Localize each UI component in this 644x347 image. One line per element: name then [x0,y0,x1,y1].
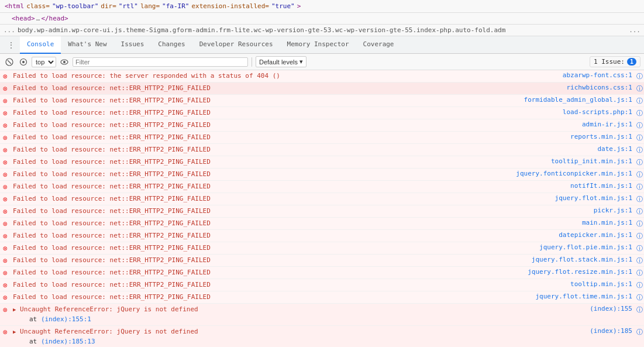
html-attr-class-name: class= [26,2,50,10]
error-icon: ⊗ [0,243,11,253]
dots-menu[interactable]: ... [4,26,15,34]
error-icon: ⊗ [0,194,11,204]
info-icon[interactable]: ⓘ [635,83,644,93]
tab-coverage[interactable]: Coverage [356,36,401,54]
log-message-text: Failed to load resource: net::ERR_HTTP2_… [11,120,529,130]
log-source-link[interactable]: jquery.flot.min.js:1 [529,194,635,202]
log-levels-button[interactable]: Default levels ▾ [256,56,306,67]
log-message-text: Failed to load resource: net::ERR_HTTP2_… [11,169,514,180]
info-icon[interactable]: ⓘ [635,218,644,228]
log-source-link[interactable]: jquery.flot.resize.min.js:1 [525,267,635,276]
error-icon: ⊗ [0,145,11,154]
info-icon[interactable]: ⓘ [635,95,644,105]
issues-badge[interactable]: 1 Issue: 1 [590,56,640,67]
tab-whats-new[interactable]: What's New [61,36,113,54]
log-source-link[interactable]: tooltip.min.js:1 [529,280,635,288]
html-head-tag: <head> [12,15,35,22]
log-entry: ⊗ Failed to load resource: net::ERR_HTTP… [0,95,644,107]
info-icon[interactable]: ⓘ [635,280,644,290]
log-source-link[interactable]: main.min.js:1 [529,218,635,227]
error-icon: ⊗ [0,108,11,118]
tab-changes[interactable]: Changes [151,36,192,54]
log-message-text[interactable]: ▶ Uncaught ReferenceError: jQuery is not… [11,327,529,337]
info-icon[interactable]: ⓘ [635,304,644,314]
info-icon[interactable]: ⓘ [635,169,644,179]
log-source-link[interactable]: richwbicons.css:1 [529,83,635,92]
log-source-link[interactable]: reports.min.js:1 [529,132,635,141]
error-icon: ⊗ [0,267,11,277]
log-entry: ⊗ Failed to load resource: net::ERR_HTTP… [0,218,644,230]
html-tag: <html [5,2,24,10]
log-source-link[interactable]: formidable_admin_global.js:1 [522,95,635,104]
log-message-text: Failed to load resource: net::ERR_HTTP2_… [11,157,529,167]
info-icon[interactable]: ⓘ [635,71,644,81]
log-entry: ⊗ Failed to load resource: net::ERR_HTTP… [0,205,644,218]
log-message-text: Failed to load resource: net::ERR_HTTP2_… [11,194,529,204]
log-source-link[interactable]: admin-ir.js:1 [529,120,635,129]
log-source-link[interactable]: notifIt.min.js:1 [529,181,635,190]
log-source-link[interactable]: date.js:1 [529,145,635,153]
tab-console[interactable]: Console [20,36,61,54]
log-source-link[interactable]: pickr.js:1 [529,206,635,215]
log-levels-label: Default levels [259,59,298,66]
context-selector[interactable]: top [32,57,56,67]
live-expressions-button[interactable] [58,56,70,68]
log-entry: ⊗ Failed to load resource: net::ERR_HTTP… [0,267,644,279]
info-icon[interactable]: ⓘ [635,231,644,241]
info-icon[interactable]: ⓘ [635,145,644,154]
filter-input[interactable] [75,59,245,66]
error-icon: ⊗ [0,231,11,241]
log-source-link[interactable]: (index):155 [529,304,635,313]
log-entry: ⊗ ▶ Uncaught ReferenceError: jQuery is n… [0,326,644,347]
stack-trace-link[interactable]: (index):155:1 [41,315,91,323]
log-message-text: Failed to load resource: net::ERR_HTTP2_… [11,243,529,253]
tabs-more-btn[interactable]: ⋮ [2,37,20,53]
log-source-link[interactable]: tooltip_init.min.js:1 [529,157,635,166]
log-source-link[interactable]: (index):185 [529,327,635,335]
info-icon[interactable]: ⓘ [635,181,644,191]
info-icon[interactable]: ⓘ [635,243,644,253]
info-icon[interactable]: ⓘ [635,292,644,302]
error-icon: ⊗ [0,83,11,93]
log-source-link[interactable]: datepicker.min.js:1 [529,231,635,239]
tab-issues[interactable]: Issues [114,36,151,54]
log-source-link[interactable]: jquery.flot.stack.min.js:1 [529,255,635,264]
error-icon: ⊗ [0,181,11,191]
log-message-text: Failed to load resource: net::ERR_HTTP2_… [11,145,529,155]
log-message-text[interactable]: ▶ Uncaught ReferenceError: jQuery is not… [11,304,529,315]
log-source-link[interactable]: load-scripts.php:1 [529,108,635,116]
log-entry: ⊗ Failed to load resource: net::ERR_HTTP… [0,193,644,205]
info-icon[interactable]: ⓘ [635,255,644,265]
info-icon[interactable]: ⓘ [635,206,644,216]
log-source-link[interactable]: abzarwp-font.css:1 [529,71,635,80]
clear-console-button[interactable] [4,56,15,68]
log-entry: ⊗ Failed to load resource: the server re… [0,70,644,83]
url-text: body.wp-admin.wp-core-ui.js.theme-Sigma.… [18,26,626,34]
issues-label: 1 Issue: [594,58,625,66]
error-icon: ⊗ [0,120,11,130]
log-message-text: Failed to load resource: net::ERR_HTTP2_… [11,83,529,94]
tab-memory-inspector[interactable]: Memory Inspector [280,36,356,54]
error-icon: ⊗ [0,95,11,105]
html-preview-bar1: <html class="wp-toolbar" dir="rtl" lang=… [0,0,644,13]
log-source-link[interactable]: jquery.flot.pie.min.js:1 [529,243,635,252]
log-source-link[interactable]: jquery.fonticonpicker.min.js:1 [514,169,635,178]
info-icon[interactable]: ⓘ [635,194,644,204]
filter-button[interactable] [18,56,29,68]
tab-developer-resources[interactable]: Developer Resources [192,36,280,54]
info-icon[interactable]: ⓘ [635,267,644,277]
info-icon[interactable]: ⓘ [635,327,644,336]
info-icon[interactable]: ⓘ [635,157,644,167]
log-message-text: Failed to load resource: net::ERR_HTTP2_… [11,108,529,118]
info-icon[interactable]: ⓘ [635,132,644,142]
log-source-link[interactable]: jquery.flot.time.min.js:1 [529,292,635,301]
url-more[interactable]: ... [629,26,640,34]
log-entry: ⊗ Failed to load resource: net::ERR_HTTP… [0,144,644,156]
info-icon[interactable]: ⓘ [635,120,644,130]
chevron-down-icon: ▾ [299,58,303,66]
stack-trace-link[interactable]: (index):185:13 [41,338,95,345]
error-icon: ⊗ [0,169,11,179]
info-icon[interactable]: ⓘ [635,108,644,118]
log-message-text: Failed to load resource: net::ERR_HTTP2_… [11,280,529,290]
error-icon: ⊗ [0,71,11,81]
